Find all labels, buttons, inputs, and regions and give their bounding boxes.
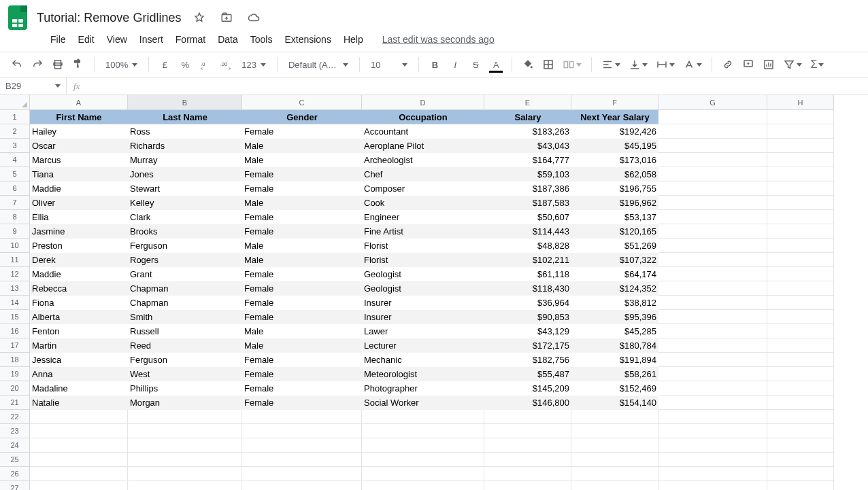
cell[interactable]: Female — [242, 210, 362, 224]
cell[interactable] — [658, 167, 767, 181]
cell[interactable] — [658, 367, 767, 381]
cell[interactable]: Male — [242, 139, 362, 153]
cell[interactable] — [658, 267, 767, 281]
cell[interactable] — [658, 224, 767, 239]
menu-format[interactable]: Format — [170, 31, 211, 48]
cell[interactable] — [767, 139, 834, 153]
cell[interactable] — [767, 167, 834, 181]
cell[interactable] — [658, 196, 767, 210]
cell[interactable]: Ferguson — [128, 353, 242, 367]
italic-button[interactable]: I — [446, 56, 464, 73]
cell[interactable] — [767, 310, 834, 324]
v-align-button[interactable] — [626, 56, 650, 73]
insert-link-button[interactable] — [719, 56, 737, 73]
name-box[interactable]: B29 — [0, 77, 67, 94]
cell[interactable]: Composer — [362, 181, 484, 196]
cell[interactable]: $38,812 — [571, 296, 658, 310]
cell[interactable]: Preston — [30, 239, 128, 253]
cell[interactable]: Male — [242, 324, 362, 338]
cell[interactable]: $36,964 — [484, 296, 571, 310]
cell[interactable] — [30, 424, 128, 438]
cell[interactable]: $191,894 — [571, 353, 658, 367]
cell[interactable] — [30, 481, 128, 490]
cell[interactable]: Russell — [128, 324, 242, 338]
cell[interactable] — [658, 467, 767, 481]
print-button[interactable] — [49, 56, 67, 73]
select-all-corner[interactable] — [0, 95, 30, 110]
cell[interactable] — [767, 438, 834, 453]
cell[interactable]: Anna — [30, 367, 128, 381]
menu-data[interactable]: Data — [212, 31, 244, 48]
row-header[interactable]: 9 — [0, 224, 30, 239]
cell[interactable] — [767, 281, 834, 296]
cell[interactable]: Engineer — [362, 210, 484, 224]
row-header[interactable]: 1 — [0, 110, 30, 124]
cell[interactable] — [128, 481, 242, 490]
sheets-logo[interactable] — [8, 5, 27, 30]
font-family-select[interactable]: Default (Arial) — [284, 56, 352, 73]
row-header[interactable]: 15 — [0, 310, 30, 324]
cell[interactable]: $114,443 — [484, 224, 571, 239]
zoom-select[interactable]: 100% — [101, 56, 141, 73]
cell[interactable]: $173,016 — [571, 153, 658, 167]
cell[interactable]: Mechanic — [362, 353, 484, 367]
cell[interactable]: Jasmine — [30, 224, 128, 239]
cell[interactable] — [658, 181, 767, 196]
cell[interactable] — [362, 438, 484, 453]
cell[interactable] — [362, 410, 484, 424]
column-header-F[interactable]: F — [571, 95, 658, 110]
move-icon[interactable] — [218, 9, 235, 27]
cell[interactable]: Male — [242, 239, 362, 253]
cell[interactable]: $146,800 — [484, 396, 571, 410]
cell[interactable] — [767, 110, 834, 124]
cell[interactable] — [242, 467, 362, 481]
cell[interactable] — [571, 424, 658, 438]
cell[interactable] — [658, 438, 767, 453]
cell[interactable] — [658, 338, 767, 353]
cell[interactable]: Grant — [128, 267, 242, 281]
cell[interactable] — [484, 410, 571, 424]
cell[interactable]: $51,269 — [571, 239, 658, 253]
cell[interactable] — [128, 424, 242, 438]
cell[interactable] — [658, 410, 767, 424]
row-header[interactable]: 3 — [0, 139, 30, 153]
cell[interactable] — [242, 481, 362, 490]
cell[interactable] — [658, 424, 767, 438]
decrease-decimal-button[interactable]: .0 — [197, 56, 214, 73]
cell[interactable] — [658, 296, 767, 310]
cell[interactable]: $45,195 — [571, 139, 658, 153]
cell[interactable]: $183,263 — [484, 124, 571, 139]
cell[interactable]: Female — [242, 181, 362, 196]
cell[interactable]: Geologist — [362, 267, 484, 281]
cell[interactable]: $58,261 — [571, 367, 658, 381]
cell[interactable]: $187,386 — [484, 181, 571, 196]
cell[interactable]: $95,396 — [571, 310, 658, 324]
cell[interactable]: $53,137 — [571, 210, 658, 224]
cell[interactable]: Alberta — [30, 310, 128, 324]
cell[interactable]: Last Name — [128, 110, 242, 124]
row-header[interactable]: 19 — [0, 367, 30, 381]
cell[interactable] — [658, 381, 767, 396]
cell[interactable] — [767, 124, 834, 139]
cell[interactable] — [571, 481, 658, 490]
cell[interactable]: Lecturer — [362, 338, 484, 353]
text-color-button[interactable]: A — [487, 56, 505, 73]
cell[interactable] — [30, 453, 128, 467]
cell[interactable]: $43,129 — [484, 324, 571, 338]
cell[interactable]: Florist — [362, 239, 484, 253]
cell[interactable]: Ferguson — [128, 239, 242, 253]
cell[interactable] — [242, 410, 362, 424]
cell[interactable] — [767, 353, 834, 367]
cell[interactable]: Madaline — [30, 381, 128, 396]
cell[interactable]: Female — [242, 296, 362, 310]
cell[interactable] — [658, 139, 767, 153]
format-currency-button[interactable]: £ — [156, 56, 173, 73]
cell[interactable]: Female — [242, 396, 362, 410]
cell[interactable]: Male — [242, 338, 362, 353]
row-header[interactable]: 25 — [0, 453, 30, 467]
cell[interactable] — [658, 453, 767, 467]
cell[interactable]: Ellia — [30, 210, 128, 224]
column-header-G[interactable]: G — [658, 95, 767, 110]
cell[interactable]: First Name — [30, 110, 128, 124]
cell[interactable]: $120,165 — [571, 224, 658, 239]
